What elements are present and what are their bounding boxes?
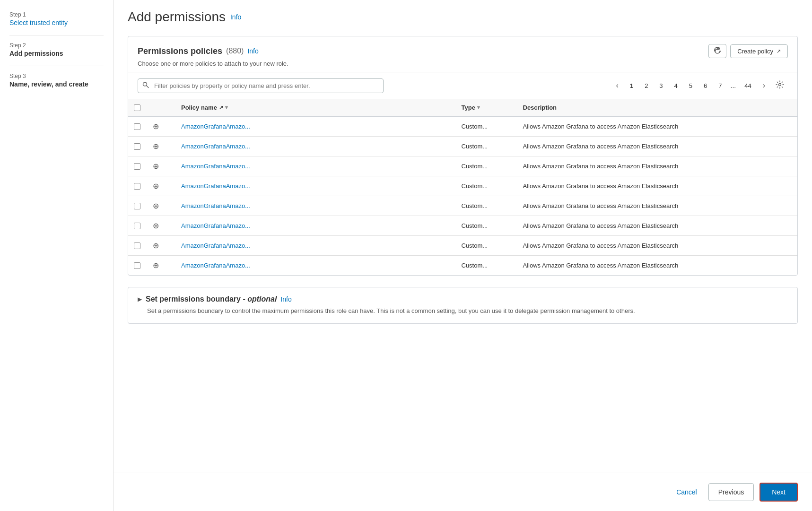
row-checkbox-7[interactable] <box>134 262 140 269</box>
search-icon <box>142 82 149 90</box>
table-header: Policy name ↗ ▾ Type ▾ Description <box>128 99 797 117</box>
settings-icon <box>776 80 784 89</box>
th-checkbox <box>128 104 147 111</box>
row-checkbox-0[interactable] <box>134 123 140 130</box>
td-type-5: Custom... <box>456 222 517 229</box>
table-row: ⊕ AmazonGrafanaAmazo... Custom... Allows… <box>128 117 797 137</box>
table-body: ⊕ AmazonGrafanaAmazo... Custom... Allows… <box>128 117 797 275</box>
td-checkbox <box>128 183 147 190</box>
td-type-3: Custom... <box>456 182 517 190</box>
page-btn-5[interactable]: 5 <box>684 79 697 92</box>
table-settings-button[interactable] <box>772 78 788 93</box>
step1-name[interactable]: Select trusted entity <box>9 19 104 26</box>
table-row: ⊕ AmazonGrafanaAmazo... Custom... Allows… <box>128 176 797 196</box>
expand-icon-6[interactable]: ⊕ <box>153 241 159 250</box>
expand-icon-5[interactable]: ⊕ <box>153 221 159 230</box>
collapse-arrow[interactable]: ▶ <box>138 296 142 303</box>
select-all-checkbox[interactable] <box>134 104 140 111</box>
td-description-3: Allows Amazon Grafana to access Amazon E… <box>517 182 798 190</box>
boundary-title-prefix: Set permissions boundary - <box>146 295 247 303</box>
page-btn-6[interactable]: 6 <box>699 79 712 92</box>
td-policy-name-0[interactable]: AmazonGrafanaAmazo... <box>175 123 456 130</box>
cancel-button[interactable]: Cancel <box>671 485 703 500</box>
step3-name: Name, review, and create <box>9 80 104 88</box>
td-policy-name-5[interactable]: AmazonGrafanaAmazo... <box>175 222 456 229</box>
step1-label: Step 1 <box>9 11 104 18</box>
th-expand <box>147 104 175 111</box>
sidebar-step3: Step 3 Name, review, and create <box>9 73 104 88</box>
td-policy-name-6[interactable]: AmazonGrafanaAmazo... <box>175 242 456 249</box>
td-type-1: Custom... <box>456 143 517 150</box>
expand-icon-0[interactable]: ⊕ <box>153 122 159 131</box>
sort-icon-policy: ▾ <box>225 104 228 111</box>
page-title: Add permissions <box>128 9 226 25</box>
td-policy-name-4[interactable]: AmazonGrafanaAmazo... <box>175 202 456 209</box>
td-checkbox <box>128 223 147 229</box>
td-expand: ⊕ <box>147 201 175 210</box>
search-input-wrap <box>138 78 384 93</box>
td-type-2: Custom... <box>456 163 517 170</box>
td-expand: ⊕ <box>147 142 175 151</box>
refresh-button[interactable] <box>708 44 726 58</box>
external-link-icon: ↗ <box>777 48 781 54</box>
td-policy-name-7[interactable]: AmazonGrafanaAmazo... <box>175 262 456 269</box>
section-subtitle: Choose one or more policies to attach to… <box>138 60 788 67</box>
section-info-link[interactable]: Info <box>247 47 258 55</box>
page-info-link[interactable]: Info <box>230 13 241 21</box>
td-description-5: Allows Amazon Grafana to access Amazon E… <box>517 222 798 229</box>
expand-icon-2[interactable]: ⊕ <box>153 162 159 171</box>
expand-icon-1[interactable]: ⊕ <box>153 142 159 151</box>
table-row: ⊕ AmazonGrafanaAmazo... Custom... Allows… <box>128 216 797 236</box>
row-checkbox-3[interactable] <box>134 183 140 190</box>
td-expand: ⊕ <box>147 122 175 131</box>
section-title-left: Permissions policies (880) Info <box>138 46 259 56</box>
page-btn-1[interactable]: 1 <box>625 79 638 92</box>
boundary-content: ▶ Set permissions boundary - optional In… <box>128 287 797 323</box>
boundary-section: ▶ Set permissions boundary - optional In… <box>128 287 798 324</box>
page-btn-2[interactable]: 2 <box>640 79 653 92</box>
sidebar-step2: Step 2 Add permissions <box>9 42 104 57</box>
section-header: Permissions policies (880) Info Creat <box>128 36 797 72</box>
pagination-next[interactable]: › <box>758 78 770 93</box>
td-expand: ⊕ <box>147 261 175 270</box>
table-row: ⊕ AmazonGrafanaAmazo... Custom... Allows… <box>128 256 797 275</box>
next-button[interactable]: Next <box>760 483 798 502</box>
td-description-7: Allows Amazon Grafana to access Amazon E… <box>517 262 798 269</box>
expand-icon-4[interactable]: ⊕ <box>153 201 159 210</box>
td-policy-name-3[interactable]: AmazonGrafanaAmazo... <box>175 182 456 190</box>
td-policy-name-2[interactable]: AmazonGrafanaAmazo... <box>175 163 456 170</box>
expand-icon-3[interactable]: ⊕ <box>153 182 159 191</box>
row-checkbox-1[interactable] <box>134 143 140 150</box>
row-checkbox-4[interactable] <box>134 203 140 209</box>
step2-label: Step 2 <box>9 42 104 49</box>
td-type-6: Custom... <box>456 242 517 249</box>
row-checkbox-2[interactable] <box>134 163 140 170</box>
table: Policy name ↗ ▾ Type ▾ Description <box>128 99 797 275</box>
row-checkbox-6[interactable] <box>134 243 140 249</box>
previous-button[interactable]: Previous <box>708 483 754 501</box>
pagination-prev[interactable]: ‹ <box>611 78 623 93</box>
row-checkbox-5[interactable] <box>134 223 140 229</box>
table-row: ⊕ AmazonGrafanaAmazo... Custom... Allows… <box>128 156 797 176</box>
page-btn-4[interactable]: 4 <box>670 79 682 92</box>
boundary-info-link[interactable]: Info <box>280 295 291 303</box>
step2-name: Add permissions <box>9 50 104 57</box>
page-btn-3[interactable]: 3 <box>655 79 667 92</box>
step-divider-1 <box>9 35 104 35</box>
page-btn-7[interactable]: 7 <box>714 79 726 92</box>
td-checkbox <box>128 163 147 170</box>
th-description-label: Description <box>523 104 557 111</box>
td-policy-name-1[interactable]: AmazonGrafanaAmazo... <box>175 143 456 150</box>
td-expand: ⊕ <box>147 162 175 171</box>
boundary-title-row: ▶ Set permissions boundary - optional In… <box>138 295 788 303</box>
td-description-1: Allows Amazon Grafana to access Amazon E… <box>517 143 798 150</box>
td-expand: ⊕ <box>147 241 175 250</box>
page-btn-last[interactable]: 44 <box>740 79 756 92</box>
search-input[interactable] <box>138 78 384 93</box>
th-type[interactable]: Type ▾ <box>456 104 517 111</box>
th-policy-name[interactable]: Policy name ↗ ▾ <box>175 104 456 111</box>
expand-icon-7[interactable]: ⊕ <box>153 261 159 270</box>
create-policy-button[interactable]: Create policy ↗ <box>730 44 788 58</box>
policy-count: (880) <box>226 47 244 55</box>
svg-line-1 <box>147 86 149 88</box>
